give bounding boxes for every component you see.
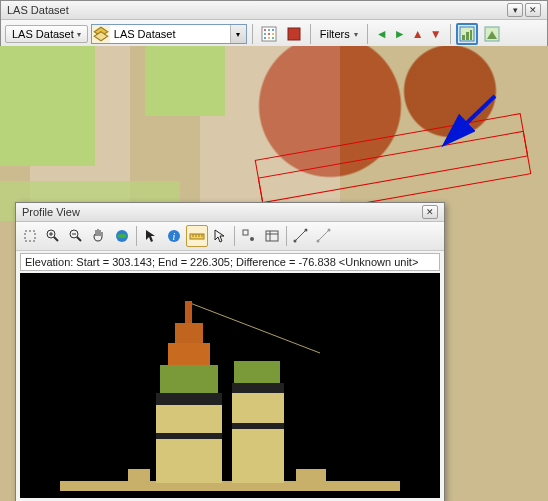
svg-point-3 bbox=[264, 29, 266, 31]
titlebar[interactable]: LAS Dataset ▾ ✕ bbox=[1, 1, 547, 20]
zoom-out-icon[interactable] bbox=[65, 225, 87, 247]
profile-titlebar[interactable]: Profile View ✕ bbox=[16, 203, 444, 222]
svg-point-10 bbox=[268, 37, 270, 39]
svg-rect-61 bbox=[296, 469, 326, 483]
nav-left-button[interactable]: ◄ bbox=[373, 23, 391, 45]
three-d-view-button[interactable] bbox=[481, 23, 503, 45]
nav-down-button[interactable]: ▼ bbox=[427, 23, 445, 45]
points-display-icon[interactable] bbox=[258, 23, 280, 45]
svg-rect-58 bbox=[232, 383, 284, 393]
separator bbox=[252, 24, 253, 44]
las-dataset-toolbar: LAS Dataset ▾ ✕ LAS Dataset LAS Dataset … bbox=[0, 0, 548, 49]
map-feature bbox=[0, 46, 95, 166]
svg-rect-16 bbox=[470, 30, 472, 40]
pointer-icon[interactable] bbox=[209, 225, 231, 247]
svg-rect-15 bbox=[466, 32, 469, 40]
svg-rect-56 bbox=[234, 361, 280, 383]
attributes-icon[interactable] bbox=[261, 225, 283, 247]
svg-point-42 bbox=[294, 240, 297, 243]
svg-rect-48 bbox=[60, 481, 400, 491]
annotation-arrow-icon bbox=[440, 94, 500, 154]
profile-canvas[interactable] bbox=[20, 273, 440, 498]
svg-rect-57 bbox=[232, 383, 284, 483]
profile-selection-centerline bbox=[258, 131, 528, 203]
zoom-in-icon[interactable] bbox=[42, 225, 64, 247]
svg-point-6 bbox=[264, 33, 266, 35]
layer-combo-value: LAS Dataset bbox=[110, 28, 230, 40]
svg-point-7 bbox=[268, 33, 270, 35]
svg-point-5 bbox=[272, 29, 274, 31]
las-dataset-menu[interactable]: LAS Dataset bbox=[5, 25, 88, 43]
svg-rect-51 bbox=[168, 343, 210, 365]
polygon-tool-icon[interactable] bbox=[313, 225, 335, 247]
svg-point-37 bbox=[250, 237, 254, 241]
svg-line-41 bbox=[295, 230, 306, 241]
profile-render bbox=[20, 273, 440, 498]
svg-rect-52 bbox=[160, 365, 218, 393]
profile-view-window: Profile View ✕ i Elevation: Start = 303.… bbox=[15, 202, 445, 501]
separator bbox=[136, 226, 137, 246]
close-button[interactable]: ✕ bbox=[525, 3, 541, 17]
minimize-button[interactable]: ▾ bbox=[507, 3, 523, 17]
svg-rect-55 bbox=[156, 433, 222, 439]
nav-up-button[interactable]: ▲ bbox=[409, 23, 427, 45]
measure-icon[interactable] bbox=[186, 225, 208, 247]
separator bbox=[234, 226, 235, 246]
profile-status-text: Elevation: Start = 303.143; End = 226.30… bbox=[20, 253, 440, 271]
profile-view-button[interactable] bbox=[456, 23, 478, 45]
filters-menu[interactable]: Filters bbox=[316, 26, 362, 42]
svg-rect-54 bbox=[156, 393, 222, 405]
layer-combo[interactable]: LAS Dataset ▾ bbox=[91, 24, 247, 44]
layer-combo-arrow[interactable]: ▾ bbox=[230, 25, 246, 43]
pick-tool-icon[interactable] bbox=[140, 225, 162, 247]
svg-point-9 bbox=[264, 37, 266, 39]
line-tool-icon[interactable] bbox=[290, 225, 312, 247]
nav-right-button[interactable]: ► bbox=[391, 23, 409, 45]
svg-point-46 bbox=[328, 229, 331, 232]
svg-rect-20 bbox=[25, 231, 35, 241]
pan-icon[interactable] bbox=[88, 225, 110, 247]
surface-display-icon[interactable] bbox=[283, 23, 305, 45]
map-feature bbox=[145, 46, 225, 116]
svg-rect-38 bbox=[266, 231, 278, 241]
layer-icon bbox=[92, 25, 110, 43]
svg-rect-60 bbox=[128, 469, 150, 483]
edit-points-icon[interactable] bbox=[238, 225, 260, 247]
separator bbox=[310, 24, 311, 44]
svg-point-8 bbox=[272, 33, 274, 35]
full-extent-icon[interactable] bbox=[111, 225, 133, 247]
svg-marker-49 bbox=[185, 301, 192, 323]
svg-line-44 bbox=[318, 230, 329, 241]
svg-line-19 bbox=[450, 96, 495, 139]
svg-line-26 bbox=[77, 237, 81, 241]
select-tool-icon[interactable] bbox=[19, 225, 41, 247]
las-dataset-menu-label: LAS Dataset bbox=[12, 28, 74, 40]
svg-rect-12 bbox=[288, 28, 300, 40]
svg-point-11 bbox=[272, 37, 274, 39]
separator bbox=[367, 24, 368, 44]
identify-icon[interactable]: i bbox=[163, 225, 185, 247]
profile-toolbar: i bbox=[16, 222, 444, 251]
svg-rect-50 bbox=[175, 323, 203, 343]
svg-point-45 bbox=[317, 240, 320, 243]
svg-line-22 bbox=[54, 237, 58, 241]
profile-window-title: Profile View bbox=[22, 206, 80, 218]
svg-text:i: i bbox=[173, 231, 176, 242]
svg-rect-36 bbox=[243, 230, 248, 235]
separator bbox=[450, 24, 451, 44]
toolbar-row: LAS Dataset LAS Dataset ▾ Filters bbox=[1, 20, 547, 48]
separator bbox=[286, 226, 287, 246]
filters-label: Filters bbox=[320, 28, 350, 40]
svg-rect-14 bbox=[462, 35, 465, 40]
window-title: LAS Dataset bbox=[7, 4, 69, 16]
svg-point-4 bbox=[268, 29, 270, 31]
svg-rect-59 bbox=[232, 423, 284, 429]
profile-close-button[interactable]: ✕ bbox=[422, 205, 438, 219]
svg-point-43 bbox=[305, 229, 308, 232]
